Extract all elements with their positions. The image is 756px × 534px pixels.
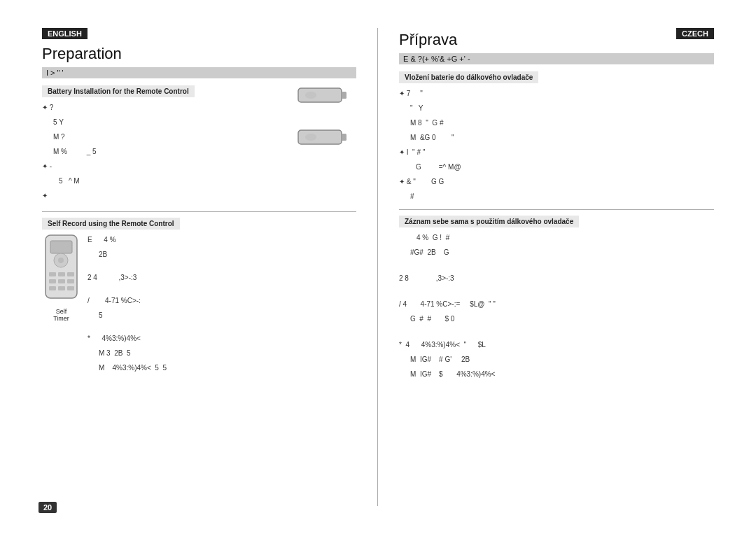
page-number: 20: [38, 502, 57, 513]
divider-right: [399, 209, 714, 210]
left-column: ENGLISH Preparation I > " ' Battery Inst…: [42, 28, 378, 506]
svg-rect-7: [50, 241, 72, 253]
right-column: CZECH Příprava E & ?(+ %'& +G +' - Vlože…: [378, 28, 714, 506]
svg-rect-0: [298, 88, 342, 102]
battery-svg-bottom: [297, 127, 353, 151]
svg-rect-16: [49, 286, 56, 290]
svg-rect-14: [58, 279, 65, 283]
battery-block-right: Vložení baterie do dálkového ovladače ✦ …: [399, 71, 714, 202]
battery-section-title-right: Vložení baterie do dálkového ovladače: [399, 71, 538, 83]
right-title: Příprava: [399, 31, 714, 49]
self-record-block-right: Záznam sebe sama s použitím dálkového ov…: [399, 216, 714, 380]
svg-rect-1: [342, 92, 346, 99]
svg-rect-12: [67, 272, 74, 276]
left-title: Preparation: [42, 45, 356, 63]
english-badge: ENGLISH: [42, 28, 88, 39]
svg-rect-18: [67, 286, 74, 290]
page-container: ENGLISH Preparation I > " ' Battery Inst…: [0, 0, 756, 534]
svg-point-5: [305, 134, 316, 141]
self-timer-section-left: SelfTimer E 4 % 2B 2 4 ,3>-:3 / 4-71 %C>…: [42, 234, 356, 377]
columns-layout: ENGLISH Preparation I > " ' Battery Inst…: [42, 28, 714, 506]
battery-text-right: ✦ 7 " " Y M 8 " G # M &G 0 " ✦ I " # " G…: [399, 87, 714, 202]
battery-images: [297, 85, 356, 153]
self-timer-label-left: SelfTimer: [42, 308, 80, 322]
svg-rect-10: [49, 272, 56, 276]
svg-rect-15: [67, 279, 74, 283]
self-record-title-left: Self Record using the Remote Control: [42, 218, 180, 230]
svg-rect-17: [58, 286, 65, 290]
svg-rect-11: [58, 272, 65, 276]
czech-badge: CZECH: [676, 28, 714, 39]
self-record-text-right: 4 % G ! # #G# 2B G 2 8 ,3>-:3 / 4 4-71 %…: [399, 232, 714, 380]
self-record-block-left: Self Record using the Remote Control: [42, 218, 356, 377]
svg-rect-13: [49, 279, 56, 283]
remote-svg: [42, 234, 80, 304]
remote-image-left: SelfTimer: [42, 234, 80, 322]
battery-section-title-left: Battery Installation for the Remote Cont…: [42, 85, 195, 97]
battery-svg-top: [297, 85, 353, 126]
right-subtitle: E & ?(+ %'& +G +' -: [399, 53, 714, 64]
svg-point-2: [305, 92, 316, 99]
self-record-title-right: Záznam sebe sama s použitím dálkového ov…: [399, 216, 579, 227]
self-record-text-left: E 4 % 2B 2 4 ,3>-:3 / 4-71 %C>-: 5 * 4%3…: [88, 234, 356, 377]
divider-left: [42, 211, 356, 212]
svg-rect-3: [298, 130, 342, 144]
svg-rect-4: [342, 134, 346, 141]
left-subtitle: I > " ': [42, 67, 356, 78]
battery-text-left: ✦ ? 5 Y M ? M % _ 5 ✦ - 5 ^ M ✦: [42, 101, 290, 202]
battery-block-left: Battery Installation for the Remote Cont…: [42, 85, 356, 204]
svg-point-9: [58, 258, 64, 263]
